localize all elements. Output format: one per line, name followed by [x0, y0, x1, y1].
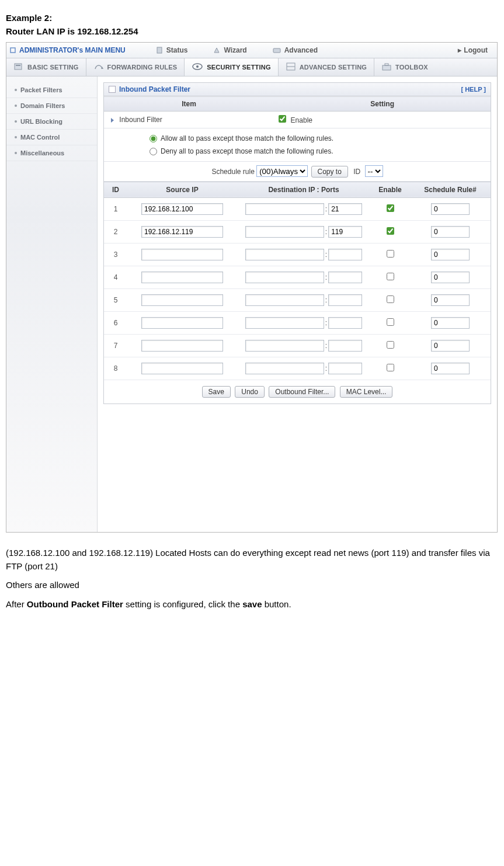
port-input[interactable] [328, 340, 362, 352]
sidebar-item-label: Domain Filters [20, 102, 65, 109]
enable-row-checkbox[interactable] [387, 341, 394, 349]
source-ip-input[interactable] [141, 340, 223, 352]
source-ip-input[interactable] [141, 272, 223, 283]
security-icon [192, 62, 203, 72]
panel-title: Inbound Packet Filter [119, 85, 190, 93]
cell-source [127, 357, 237, 380]
dest-ip-input[interactable] [245, 272, 324, 283]
schedule-rule-input[interactable] [431, 249, 470, 260]
dest-ip-input[interactable] [245, 363, 324, 374]
tab-advanced-setting[interactable]: ADVANCED SETTING [279, 58, 374, 76]
sidebar-item-mac-control[interactable]: MAC Control [6, 130, 97, 145]
cell-source [127, 243, 237, 266]
cell-sched [410, 243, 491, 266]
source-ip-input[interactable] [141, 226, 223, 238]
source-ip-input[interactable] [141, 317, 223, 329]
cell-dest: : [237, 266, 370, 288]
table-row: 2: [104, 220, 491, 243]
router-ip-line: Router LAN IP is 192.168.12.254 [6, 26, 498, 36]
id-select[interactable]: -- [365, 165, 383, 177]
enable-label: Enable [291, 116, 312, 124]
panel-header: Inbound Packet Filter [ HELP ] [104, 83, 491, 96]
topbar-advanced[interactable]: Advanced [260, 46, 331, 54]
sidebar-item-packet-filters[interactable]: Packet Filters [6, 82, 97, 98]
schedule-rule-select[interactable]: (00)Always [256, 165, 308, 177]
cell-enable [370, 243, 410, 266]
source-ip-input[interactable] [141, 363, 223, 374]
enable-row-checkbox[interactable] [387, 204, 394, 212]
svg-rect-11 [383, 65, 391, 70]
advanced-setting-icon [286, 62, 296, 72]
svg-rect-12 [385, 64, 388, 65]
port-input[interactable] [328, 317, 362, 329]
enable-checkbox[interactable] [279, 115, 286, 123]
topbar-wizard[interactable]: Wizard [200, 46, 259, 54]
dest-ip-input[interactable] [245, 340, 324, 352]
source-ip-input[interactable] [141, 203, 223, 215]
dest-ip-input[interactable] [245, 203, 324, 215]
copy-to-button[interactable]: Copy to [311, 166, 348, 178]
tab-advanced-label: ADVANCED SETTING [300, 64, 367, 71]
radio-deny[interactable] [150, 148, 157, 155]
dest-ip-input[interactable] [245, 226, 324, 238]
topbar-logout[interactable]: ▸ Logout [458, 46, 493, 54]
admin-topbar: ADMINISTRATOR's MAIN MENU Status Wizard … [6, 43, 497, 58]
dest-ip-input[interactable] [245, 294, 324, 306]
dest-ip-input[interactable] [245, 249, 324, 260]
help-link[interactable]: [ HELP ] [461, 86, 486, 93]
port-input[interactable] [328, 249, 362, 260]
undo-button[interactable]: Undo [235, 386, 265, 398]
cell-enable [370, 334, 410, 357]
colon-separator: : [325, 364, 327, 373]
enable-row-checkbox[interactable] [387, 273, 394, 280]
tab-forwarding-label: FORWARDING RULES [107, 64, 178, 71]
schedule-rule-input[interactable] [431, 294, 470, 306]
bullet-icon [15, 120, 17, 123]
sidebar-item-label: URL Blocking [20, 118, 62, 125]
tab-toolbox[interactable]: TOOLBOX [374, 58, 435, 76]
port-input[interactable] [328, 203, 362, 215]
radio-allow[interactable] [150, 135, 157, 142]
outbound-filter-button[interactable]: Outbound Filter... [269, 386, 335, 398]
tab-security-setting[interactable]: SECURITY SETTING [185, 58, 278, 76]
enable-row-checkbox[interactable] [387, 318, 394, 326]
cell-source [127, 288, 237, 311]
save-button[interactable]: Save [202, 386, 231, 398]
sidebar-item-domain-filters[interactable]: Domain Filters [6, 98, 97, 114]
svg-rect-4 [15, 64, 22, 69]
schedule-rule-input[interactable] [431, 363, 470, 374]
port-input[interactable] [328, 294, 362, 306]
colon-separator: : [325, 251, 327, 259]
port-input[interactable] [328, 272, 362, 283]
enable-row-checkbox[interactable] [387, 364, 394, 371]
mac-level-button[interactable]: MAC Level... [340, 386, 393, 398]
port-input[interactable] [328, 226, 362, 238]
colon-separator: : [325, 205, 327, 213]
source-ip-input[interactable] [141, 249, 223, 260]
table-row: 8: [104, 357, 491, 380]
schedule-rule-input[interactable] [431, 317, 470, 329]
schedule-rule-input[interactable] [431, 340, 470, 352]
sidebar-item-miscellaneous[interactable]: Miscellaneous [6, 145, 97, 161]
rules-table: ID Source IP Destination IP : Ports Enab… [104, 182, 491, 380]
schedule-rule-input[interactable] [431, 272, 470, 283]
colon-separator: : [325, 228, 327, 236]
th-enable: Enable [370, 182, 410, 197]
enable-row-checkbox[interactable] [387, 295, 394, 303]
topbar-status[interactable]: Status [143, 46, 201, 54]
tab-basic-setting[interactable]: BASIC SETTING [6, 58, 86, 76]
cell-enable [370, 220, 410, 243]
sidebar-item-label: Miscellaneous [20, 149, 64, 156]
sidebar-item-url-blocking[interactable]: URL Blocking [6, 114, 97, 130]
enable-row-checkbox[interactable] [387, 227, 394, 235]
th-item: Item [104, 97, 274, 112]
tab-forwarding-rules[interactable]: FORWARDING RULES [86, 58, 185, 76]
sidebar-item-label: MAC Control [20, 134, 60, 141]
port-input[interactable] [328, 363, 362, 374]
cell-dest: : [237, 243, 370, 266]
source-ip-input[interactable] [141, 294, 223, 306]
schedule-rule-input[interactable] [431, 203, 470, 215]
schedule-rule-input[interactable] [431, 226, 470, 238]
enable-row-checkbox[interactable] [387, 250, 394, 258]
dest-ip-input[interactable] [245, 317, 324, 329]
